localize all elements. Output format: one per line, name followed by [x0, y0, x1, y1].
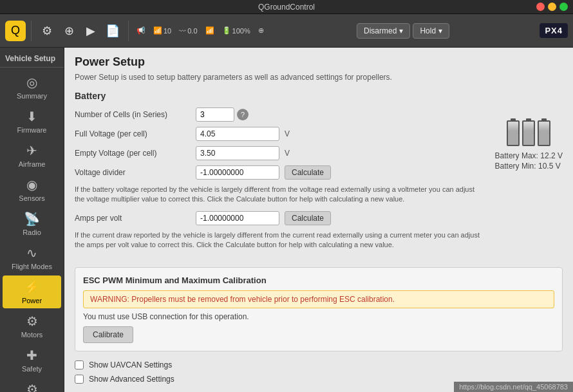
- advanced-checkbox[interactable]: [75, 375, 84, 384]
- full-voltage-unit: V: [285, 129, 295, 138]
- messages-status[interactable]: 📢: [134, 25, 148, 36]
- analyze-icon[interactable]: 📄: [102, 21, 123, 41]
- signal-icon: 📶: [153, 26, 162, 35]
- full-voltage-label: Full Voltage (per cell): [75, 129, 191, 138]
- gps-status: ⊕: [256, 25, 267, 36]
- sidebar-item-motors[interactable]: ⚙ Motors: [3, 310, 61, 342]
- radio-icon: 📡: [24, 211, 40, 227]
- signal2-value: 0.0: [187, 27, 197, 35]
- battery-max-label: Battery Max:: [495, 151, 538, 160]
- sidebar-label-firmware: Firmware: [17, 126, 47, 134]
- sidebar-label-sensors: Sensors: [19, 194, 44, 202]
- esc-warning: WARNING: Propellers must be removed from…: [83, 290, 554, 308]
- battery-visual: Battery Max: 12.2 V Battery Min: 10.5 V: [495, 107, 563, 257]
- link-status: 📶: [203, 25, 217, 36]
- disarmed-label: Disarmed: [364, 26, 397, 35]
- disarmed-chevron-icon: ▾: [399, 26, 403, 35]
- cells-row: Number of Cells (in Series) ?: [75, 107, 485, 122]
- sensors-icon: ◉: [26, 177, 37, 192]
- minimize-button[interactable]: [548, 3, 556, 11]
- battery-panel: Number of Cells (in Series) ? Full Volta…: [75, 107, 563, 257]
- amps-per-volt-input[interactable]: [196, 211, 279, 225]
- battery-cells-icon: [507, 120, 550, 146]
- battery-info: Battery Max: 12.2 V Battery Min: 10.5 V: [495, 151, 563, 172]
- title-bar: QGroundControl: [0, 0, 573, 14]
- hold-chevron-icon: ▾: [438, 26, 442, 35]
- nav-icons: ⚙ ⊕ ▶ 📄: [37, 21, 123, 41]
- battery-max-value: 12.2 V: [540, 151, 563, 160]
- cells-help-button[interactable]: ?: [237, 109, 249, 120]
- disarmed-dropdown[interactable]: Disarmed ▾: [357, 23, 410, 39]
- summary-icon: ◎: [26, 75, 37, 90]
- close-button[interactable]: [536, 3, 545, 11]
- uavcan-label: Show UAVCAN Settings: [89, 360, 172, 369]
- airframe-icon: ✈: [26, 143, 37, 158]
- sidebar-label-airframe: Airframe: [19, 160, 46, 168]
- app-logo[interactable]: Q: [5, 21, 26, 41]
- hold-dropdown[interactable]: Hold ▾: [413, 23, 449, 39]
- battery-cell-3: [538, 120, 550, 146]
- battery-icon: 🔋: [222, 26, 231, 35]
- px4-logo: PX4: [540, 23, 568, 38]
- plan-icon[interactable]: ⊕: [59, 21, 79, 41]
- sidebar: Vehicle Setup ◎ Summary ⬇ Firmware ✈ Air…: [0, 48, 64, 392]
- sidebar-label-flight-modes: Flight Modes: [12, 263, 52, 270]
- battery-status: 🔋 100%: [220, 25, 253, 36]
- battery-section-title: Battery: [75, 91, 563, 101]
- power-icon: ⚡: [24, 279, 40, 295]
- signal-value: 10: [164, 27, 171, 35]
- battery-min-label: Battery Min:: [495, 162, 536, 171]
- uavcan-checkbox[interactable]: [75, 360, 84, 369]
- full-voltage-input[interactable]: [196, 127, 279, 141]
- cells-input[interactable]: [196, 107, 234, 122]
- vehicle-icon[interactable]: ⚙: [37, 21, 57, 41]
- sidebar-item-tuning[interactable]: ⚙ Tuning: [3, 378, 61, 392]
- empty-voltage-label: Empty Voltage (per cell): [75, 149, 191, 158]
- cells-input-group: ?: [196, 107, 249, 122]
- voltage-divider-calculate-button[interactable]: Calculate: [285, 165, 331, 180]
- calibrate-button[interactable]: Calibrate: [83, 326, 133, 343]
- amps-per-volt-calculate-button[interactable]: Calculate: [285, 211, 331, 225]
- maximize-button[interactable]: [559, 3, 568, 11]
- safety-icon: ✚: [26, 348, 37, 363]
- battery-min-line: Battery Min: 10.5 V: [495, 162, 563, 171]
- battery-pct: 100%: [232, 27, 250, 35]
- amps-hint: If the current draw reported by the vehi…: [75, 230, 485, 250]
- sidebar-item-airframe[interactable]: ✈ Airframe: [3, 139, 61, 172]
- firmware-icon: ⬇: [26, 109, 37, 124]
- signal2-status: 〰 0.0: [176, 26, 200, 36]
- battery-min-value: 10.5 V: [538, 162, 561, 171]
- cells-label: Number of Cells (in Series): [75, 110, 191, 119]
- empty-voltage-input[interactable]: [196, 146, 279, 160]
- toolbar-separator-1: [31, 21, 32, 41]
- content-area: Power Setup Power Setup is used to setup…: [64, 48, 573, 392]
- toolbar-separator-2: [128, 21, 129, 41]
- advanced-label: Show Advanced Settings: [89, 375, 174, 384]
- sidebar-item-summary[interactable]: ◎ Summary: [3, 71, 61, 104]
- voltage-divider-row: Voltage divider Calculate: [75, 165, 485, 180]
- empty-voltage-unit: V: [285, 149, 295, 158]
- battery-cell-2: [522, 120, 535, 146]
- signal-status: 📶 10: [151, 25, 174, 36]
- motors-icon: ⚙: [26, 313, 38, 329]
- flight-modes-icon: ∿: [26, 245, 37, 261]
- esc-section: ESC PWM Minimum and Maximum Calibration …: [75, 267, 563, 351]
- battery-cell-1: [507, 120, 520, 146]
- gps-icon: ⊕: [258, 26, 264, 35]
- message-icon: 📢: [136, 26, 146, 35]
- window-title: QGroundControl: [258, 3, 315, 12]
- tuning-icon: ⚙: [26, 382, 38, 392]
- voltage-divider-input[interactable]: [196, 165, 279, 180]
- sidebar-item-safety[interactable]: ✚ Safety: [3, 344, 61, 377]
- uavcan-row: Show UAVCAN Settings: [75, 360, 563, 369]
- sidebar-label-summary: Summary: [17, 92, 47, 100]
- voltage-divider-label: Voltage divider: [75, 168, 191, 177]
- voltage-hint: If the battery voltage reported by the v…: [75, 185, 485, 205]
- sidebar-item-firmware[interactable]: ⬇ Firmware: [3, 105, 61, 138]
- sidebar-item-radio[interactable]: 📡 Radio: [3, 207, 61, 240]
- sidebar-item-flight-modes[interactable]: ∿ Flight Modes: [3, 241, 61, 274]
- sidebar-item-sensors[interactable]: ◉ Sensors: [3, 173, 61, 206]
- fly-icon[interactable]: ▶: [80, 21, 101, 41]
- sidebar-item-power[interactable]: ⚡ Power: [3, 275, 61, 308]
- window-controls: [536, 3, 568, 11]
